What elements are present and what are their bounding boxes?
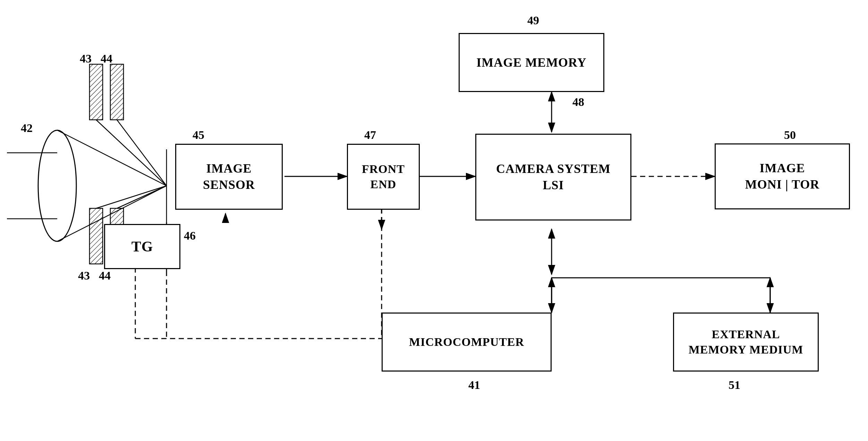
- label-48: 48: [572, 95, 584, 109]
- label-45: 45: [193, 128, 204, 142]
- front-end-label: FRONT END: [362, 161, 405, 192]
- svg-line-19: [117, 186, 167, 208]
- image-monitor-block: IMAGE MONI | TOR: [715, 143, 850, 209]
- svg-rect-13: [110, 64, 124, 120]
- external-memory-label: EXTERNAL MEMORY MEDIUM: [689, 327, 803, 357]
- label-41: 41: [468, 378, 480, 392]
- svg-line-18: [96, 186, 167, 208]
- svg-rect-12: [90, 64, 103, 120]
- image-memory-block: IMAGE MEMORY: [459, 33, 604, 92]
- label-50: 50: [784, 128, 796, 142]
- svg-rect-14: [90, 208, 103, 264]
- svg-point-5: [38, 130, 76, 241]
- label-44-top: 44: [101, 52, 112, 65]
- tg-label: TG: [131, 237, 153, 256]
- label-43-bot: 43: [78, 269, 90, 282]
- label-49: 49: [527, 14, 539, 27]
- microcomputer-block: MICROCOMPUTER: [382, 313, 552, 372]
- image-sensor-label: IMAGE SENSOR: [203, 160, 255, 193]
- image-sensor-block: IMAGE SENSOR: [175, 144, 283, 210]
- diagram: IMAGE SENSOR TG FRONT END CAMERA SYSTEM …: [0, 0, 868, 441]
- front-end-block: FRONT END: [347, 144, 420, 210]
- label-51: 51: [729, 378, 740, 392]
- svg-line-17: [117, 120, 167, 186]
- label-46: 46: [184, 229, 196, 242]
- camera-lsi-label: CAMERA SYSTEM LSI: [496, 161, 611, 193]
- camera-lsi-block: CAMERA SYSTEM LSI: [475, 134, 631, 220]
- tg-block: TG: [104, 224, 180, 269]
- external-memory-block: EXTERNAL MEMORY MEDIUM: [673, 313, 819, 372]
- svg-line-16: [96, 120, 167, 186]
- label-44-bot: 44: [99, 269, 111, 282]
- label-43-top: 43: [80, 52, 92, 65]
- microcomputer-label: MICROCOMPUTER: [409, 334, 524, 350]
- label-42: 42: [21, 122, 33, 135]
- svg-line-6: [57, 130, 167, 186]
- image-monitor-label: IMAGE MONI | TOR: [745, 160, 820, 193]
- image-memory-label: IMAGE MEMORY: [476, 55, 587, 71]
- label-47: 47: [364, 128, 376, 142]
